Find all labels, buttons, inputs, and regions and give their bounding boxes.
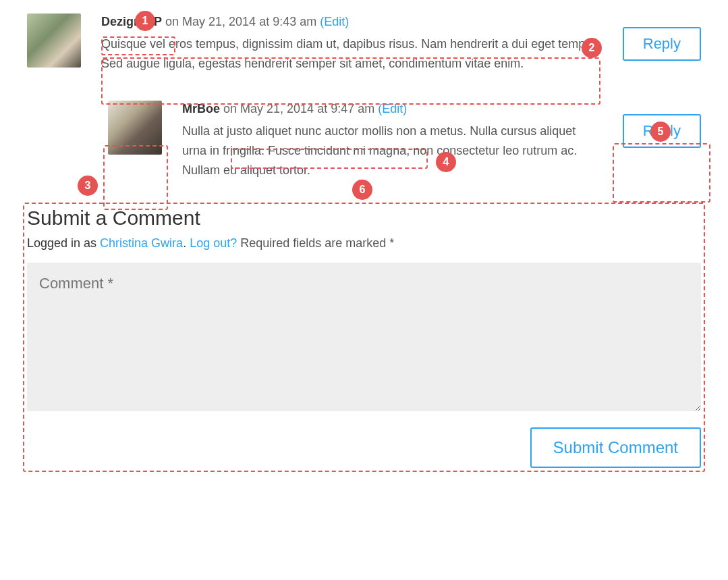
annotation-badge-6: 6 (352, 180, 372, 200)
logged-in-prefix: Logged in as (27, 236, 100, 250)
reply-button[interactable]: Reply (623, 27, 701, 61)
comment: Dezign OP on May 21, 2014 at 9:43 am (Ed… (27, 14, 701, 74)
comment-timestamp: on May 21, 2014 at 9:43 am (165, 15, 316, 28)
comment-timestamp: on May 21, 2014 at 9:47 am (223, 102, 374, 115)
comment-author: MrBoe (182, 102, 220, 115)
submit-row: Submit Comment (27, 427, 701, 468)
comment-text: Nulla at justo aliquet nunc auctor molli… (182, 122, 600, 180)
logged-in-user-link[interactable]: Christina Gwira (100, 236, 183, 250)
required-fields-text: Required fields are marked * (237, 236, 394, 250)
form-heading: Submit a Comment (27, 207, 701, 230)
comment-meta: Dezign OP on May 21, 2014 at 9:43 am (Ed… (101, 14, 600, 30)
logout-link[interactable]: Log out? (190, 236, 237, 250)
comment-form: 6 Submit a Comment Logged in as Christin… (27, 207, 701, 468)
separator: . (183, 236, 190, 250)
reply-button[interactable]: Reply (623, 114, 701, 148)
edit-link[interactable]: (Edit) (320, 15, 349, 28)
comment-text: Quisque vel eros tempus, dignissim diam … (101, 34, 600, 74)
comment-meta: MrBoe on May 21, 2014 at 9:47 am (Edit) (182, 101, 600, 117)
comments-section: Dezign OP on May 21, 2014 at 9:43 am (Ed… (27, 14, 701, 180)
edit-link[interactable]: (Edit) (378, 102, 407, 115)
avatar (27, 14, 81, 68)
comment: MrBoe on May 21, 2014 at 9:47 am (Edit) … (108, 101, 701, 180)
comment-body: Dezign OP on May 21, 2014 at 9:43 am (Ed… (101, 14, 701, 74)
comment-author: Dezign OP (101, 15, 162, 28)
comment-textarea[interactable] (27, 263, 701, 411)
annotation-badge-3: 3 (78, 176, 98, 196)
avatar (108, 101, 162, 155)
login-status-line: Logged in as Christina Gwira. Log out? R… (27, 236, 701, 251)
submit-comment-button[interactable]: Submit Comment (530, 427, 701, 468)
